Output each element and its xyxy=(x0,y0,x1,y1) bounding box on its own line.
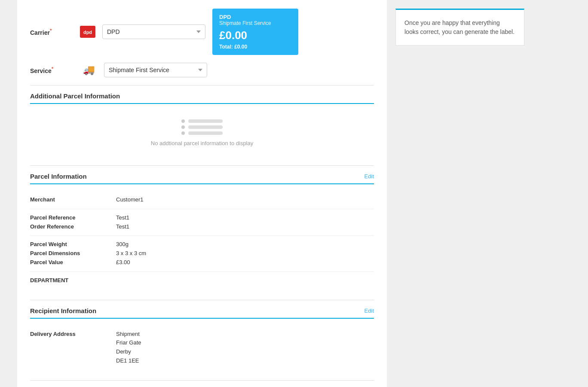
divider-recipient xyxy=(30,300,374,300)
delivery-address-key: Delivery Address xyxy=(30,330,116,339)
table-row: Parcel Reference Order Reference Test1 T… xyxy=(30,209,374,236)
empty-dot-1 xyxy=(181,119,185,123)
carrier-select-wrapper[interactable]: DPD xyxy=(102,24,205,39)
parcel-dimensions-value: 3 x 3 x 3 cm xyxy=(116,249,146,258)
empty-dot-2 xyxy=(181,125,185,129)
order-ref-key: Order Reference xyxy=(30,222,116,232)
price-card-carrier: DPD xyxy=(219,14,291,20)
empty-lines-graphic xyxy=(181,119,223,135)
delivery-line-2: Friar Gate xyxy=(116,338,141,347)
merchant-key: Merchant xyxy=(30,195,116,204)
info-box: Once you are happy that everything looks… xyxy=(395,9,524,46)
recipient-info-section: Recipient Information Edit Delivery Addr… xyxy=(30,307,374,370)
divider-top xyxy=(30,85,374,85)
price-card-amount: £0.00 xyxy=(219,29,291,42)
svg-text:dpd: dpd xyxy=(83,30,92,35)
service-select-wrapper[interactable]: Shipmate First Service xyxy=(104,63,207,77)
additional-parcel-title: Additional Parcel Information xyxy=(30,92,120,100)
parcel-info-table: Merchant Customer1 Parcel Reference Orde… xyxy=(30,191,374,289)
parcel-ref-value: Test1 xyxy=(116,213,129,222)
carrier-select[interactable]: DPD xyxy=(102,24,205,39)
dpd-icon: dpd xyxy=(80,24,95,40)
carrier-row: Carrier* dpd DPD DPD Shipmate First Serv… xyxy=(30,9,374,55)
merchant-value: Customer1 xyxy=(116,195,144,204)
service-select[interactable]: Shipmate First Service xyxy=(104,63,207,77)
parcel-value-key: Parcel Value xyxy=(30,258,116,267)
empty-line-1 xyxy=(181,119,223,123)
parcel-dimensions-key: Parcel Dimensions xyxy=(30,249,116,258)
delivery-line-1: Shipment xyxy=(116,330,141,339)
department-key: DEPARTMENT xyxy=(30,276,116,285)
parcel-weight-value: 300g xyxy=(116,240,146,249)
service-row: Service* 🚚 Shipmate First Service xyxy=(30,63,374,77)
price-card-total: Total: £0.00 xyxy=(219,44,291,50)
additional-parcel-empty-text: No addtional parcel information to displ… xyxy=(151,140,253,146)
recipient-edit-link[interactable]: Edit xyxy=(364,308,374,314)
recipient-info-table: Delivery Address Shipment Friar Gate Der… xyxy=(30,326,374,370)
table-row: Parcel Weight Parcel Dimensions Parcel V… xyxy=(30,236,374,271)
table-row: Delivery Address Shipment Friar Gate Der… xyxy=(30,326,374,370)
divider-bottom xyxy=(30,380,374,381)
table-row: DEPARTMENT xyxy=(30,272,374,289)
parcel-edit-link[interactable]: Edit xyxy=(364,173,374,180)
empty-bar-2 xyxy=(188,125,223,129)
parcel-info-header: Parcel Information Edit xyxy=(30,173,374,184)
parcel-info-section: Parcel Information Edit Merchant Custome… xyxy=(30,173,374,289)
additional-parcel-header: Additional Parcel Information xyxy=(30,92,374,104)
empty-line-3 xyxy=(181,131,223,135)
empty-dot-3 xyxy=(181,131,185,135)
parcel-ref-key: Parcel Reference xyxy=(30,213,116,222)
carrier-label: Carrier* xyxy=(30,27,73,36)
right-panel: Once you are happy that everything looks… xyxy=(387,0,533,387)
additional-parcel-empty-state: No addtional parcel information to displ… xyxy=(30,111,374,155)
parcel-weight-key: Parcel Weight xyxy=(30,240,116,249)
price-card-service: Shipmate First Service xyxy=(219,20,291,26)
delivery-line-3: Derby xyxy=(116,347,141,357)
delivery-address-value: Shipment Friar Gate Derby DE1 1EE xyxy=(116,330,141,366)
empty-line-2 xyxy=(181,125,223,129)
recipient-info-header: Recipient Information Edit xyxy=(30,307,374,319)
parcel-value-value: £3.00 xyxy=(116,258,146,267)
empty-bar-1 xyxy=(188,119,223,123)
divider-parcel xyxy=(30,165,374,166)
recipient-info-title: Recipient Information xyxy=(30,307,96,314)
empty-bar-3 xyxy=(188,131,223,135)
truck-icon: 🚚 xyxy=(80,64,97,76)
info-text: Once you are happy that everything looks… xyxy=(404,18,515,37)
delivery-line-4: DE1 1EE xyxy=(116,357,141,366)
service-label: Service* xyxy=(30,66,73,74)
additional-parcel-section: Additional Parcel Information xyxy=(30,92,374,155)
parcel-info-title: Parcel Information xyxy=(30,173,87,180)
price-card: DPD Shipmate First Service £0.00 Total: … xyxy=(212,9,298,55)
order-ref-value: Test1 xyxy=(116,222,129,232)
table-row: Merchant Customer1 xyxy=(30,191,374,209)
